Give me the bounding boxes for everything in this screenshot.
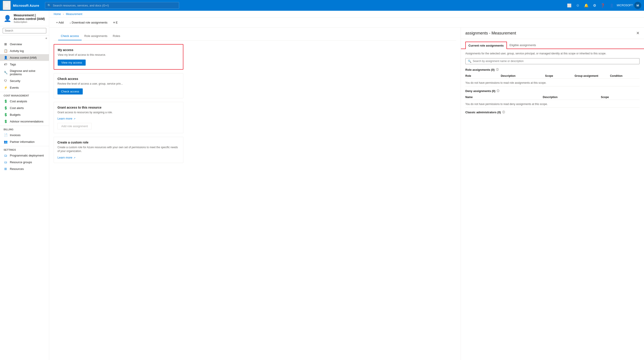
sidebar-item-label: Activity log — [10, 49, 24, 53]
security-icon: 🛡 — [4, 79, 8, 83]
directory-icon[interactable]: 👤 — [608, 2, 616, 10]
classic-admins-label: Classic administrators (0) ⓘ — [465, 110, 640, 114]
sidebar-item-label: Cost analysis — [10, 100, 27, 103]
settings-icon[interactable]: ⚙ — [591, 2, 598, 10]
sidebar-item-resources[interactable]: ⊞ Resources — [0, 165, 49, 172]
role-assignments-label: Role assignments (0) ⓘ — [465, 68, 640, 72]
global-search[interactable]: 🔍 — [45, 2, 179, 9]
sidebar-item-label: Tags — [10, 63, 16, 66]
resource-header: 👤 Measurement | Access control (IAM) Sub… — [0, 11, 49, 26]
assignment-search-input[interactable] — [473, 60, 637, 63]
assignments-panel: assignments - Measurement ✕ Current role… — [461, 28, 644, 360]
breadcrumb-measurement[interactable]: Measurement — [66, 13, 82, 16]
panel-header: assignments - Measurement ✕ — [461, 28, 644, 39]
sidebar-item-programmatic[interactable]: 🗂 Programmatic deployment — [0, 152, 49, 159]
resource-title: Measurement | Access control (IAM) — [14, 14, 46, 21]
iam-body: Check access Role assignments Roles My a… — [49, 28, 644, 360]
sidebar-item-label: Programmatic deployment — [10, 154, 44, 157]
access-control-icon: 👤 — [4, 56, 8, 59]
sidebar-item-label: Resources — [10, 167, 24, 170]
global-search-input[interactable] — [53, 4, 177, 7]
sidebar-item-label: Resource groups — [10, 160, 32, 164]
panel-tab-eligible[interactable]: Eligible assignments — [507, 42, 539, 49]
app-body: 👤 Measurement | Access control (IAM) Sub… — [0, 11, 644, 360]
tab-check-access[interactable]: Check access — [58, 32, 82, 40]
settings-section: Settings — [0, 146, 49, 152]
user-account[interactable]: MICROSOFT M — [617, 2, 641, 9]
check-access-button[interactable]: Check access — [58, 88, 83, 94]
download-button[interactable]: ↓ Download role assignments — [67, 20, 110, 26]
check-access-card-title: Check access — [58, 77, 180, 81]
tab-role-assignments[interactable]: Role assignments — [82, 32, 110, 40]
cost-alerts-icon: 💲 — [4, 106, 8, 110]
sidebar: 👤 Measurement | Access control (IAM) Sub… — [0, 11, 49, 360]
my-access-card: My access View my level of access to thi… — [54, 44, 183, 70]
sidebar-search-input[interactable] — [3, 28, 46, 33]
sidebar-item-events[interactable]: ⚡ Events — [0, 84, 49, 91]
sidebar-item-label: Partner information — [10, 140, 35, 143]
sidebar-item-resource-groups[interactable]: 🗂 Resource groups — [0, 159, 49, 165]
col-role: Role — [465, 74, 501, 77]
panel-tab-current[interactable]: Current role assignments — [465, 42, 507, 49]
sidebar-item-diagnose[interactable]: 🔧 Diagnose and solve problems — [0, 68, 49, 77]
sidebar-item-access-control[interactable]: 👤 Access control (IAM) — [0, 54, 49, 61]
deny-col-name: Name — [465, 96, 543, 99]
sidebar-collapse-button[interactable]: « — [46, 36, 47, 40]
sidebar-item-cost-alerts[interactable]: 💲 Cost alerts — [0, 105, 49, 111]
resource-groups-icon: 🗂 — [4, 160, 8, 164]
diagnose-icon: 🔧 — [4, 71, 8, 74]
grant-access-card-desc: Grant access to resources by assigning a… — [58, 111, 180, 114]
grant-access-card-title: Grant access to this resource — [58, 106, 180, 109]
sidebar-item-label: Events — [10, 86, 19, 89]
cost-management-section: Cost Management — [0, 92, 49, 98]
role-assignments-table-header: Role Description Scope Group assignment … — [465, 73, 640, 79]
breadcrumb-separator: › — [63, 13, 64, 16]
feedback-icon[interactable]: ☺ — [574, 2, 582, 9]
sidebar-item-partner[interactable]: 👥 Partner information — [0, 138, 49, 145]
tab-roles[interactable]: Roles — [110, 32, 123, 40]
classic-admins-info-icon[interactable]: ⓘ — [502, 110, 505, 114]
sidebar-item-cost-analysis[interactable]: 💲 Cost analysis — [0, 98, 49, 105]
panel-close-button[interactable]: ✕ — [636, 31, 640, 36]
sidebar-item-tags[interactable]: 🏷 Tags — [0, 61, 49, 68]
events-icon: ⚡ — [4, 86, 8, 89]
sidebar-item-advisor[interactable]: 💲 Advisor recommendations — [0, 118, 49, 125]
sidebar-item-budgets[interactable]: 💲 Budgets — [0, 111, 49, 118]
resource-subtitle: Subscription — [14, 21, 46, 23]
grant-access-learn-more[interactable]: Learn more — [58, 117, 72, 120]
sidebar-item-label: Advisor recommendations — [10, 120, 44, 123]
iam-left-panel: Check access Role assignments Roles My a… — [49, 28, 461, 360]
col-description: Description — [501, 74, 545, 77]
help-icon[interactable]: ❓ — [599, 2, 607, 10]
columns-button[interactable]: ≡ E — [111, 20, 120, 26]
sidebar-item-invoices[interactable]: 📄 Invoices — [0, 132, 49, 138]
sidebar-item-activity-log[interactable]: 📋 Activity log — [0, 48, 49, 54]
invoices-icon: 📄 — [4, 133, 8, 137]
view-my-access-button[interactable]: View my access — [58, 60, 86, 66]
deny-assignments-info-icon[interactable]: ⓘ — [497, 89, 499, 93]
breadcrumb: Home › Measurement — [49, 11, 644, 18]
custom-role-learn-more[interactable]: Learn more — [58, 156, 72, 159]
deny-assignments-label: Deny assignments (0) ⓘ — [465, 89, 640, 93]
sidebar-item-label: Diagnose and solve problems — [10, 69, 46, 76]
search-icon: 🔍 — [468, 60, 471, 63]
main-content: Home › Measurement + Add ↓ Download role… — [49, 11, 644, 360]
resources-icon: ⊞ — [4, 167, 8, 170]
assignment-search-box[interactable]: 🔍 — [465, 58, 640, 64]
hamburger-menu[interactable]: ☰ — [3, 1, 11, 10]
avatar: M — [634, 2, 641, 9]
top-nav-icons: ⬜ ☺ 🔔 ⚙ ❓ 👤 MICROSOFT M — [565, 2, 641, 10]
breadcrumb-home[interactable]: Home — [54, 13, 61, 16]
tags-icon: 🏷 — [4, 63, 8, 66]
top-navigation: ☰ Microsoft Azure 🔍 ⬜ ☺ 🔔 ⚙ ❓ 👤 MICROSOF… — [0, 0, 644, 11]
panel-body: Assignments for the selected user, group… — [461, 49, 644, 360]
panel-description: Assignments for the selected user, group… — [465, 52, 640, 56]
cloud-shell-icon[interactable]: ⬜ — [565, 2, 573, 10]
add-button[interactable]: + Add — [54, 20, 66, 26]
sidebar-item-security[interactable]: 🛡 Security — [0, 77, 49, 84]
notifications-icon[interactable]: 🔔 — [582, 2, 590, 10]
role-assignments-info-icon[interactable]: ⓘ — [496, 68, 499, 72]
partner-icon: 👥 — [4, 140, 8, 143]
programmatic-icon: 🗂 — [4, 153, 8, 157]
sidebar-item-overview[interactable]: ⊞ Overview — [0, 41, 49, 48]
